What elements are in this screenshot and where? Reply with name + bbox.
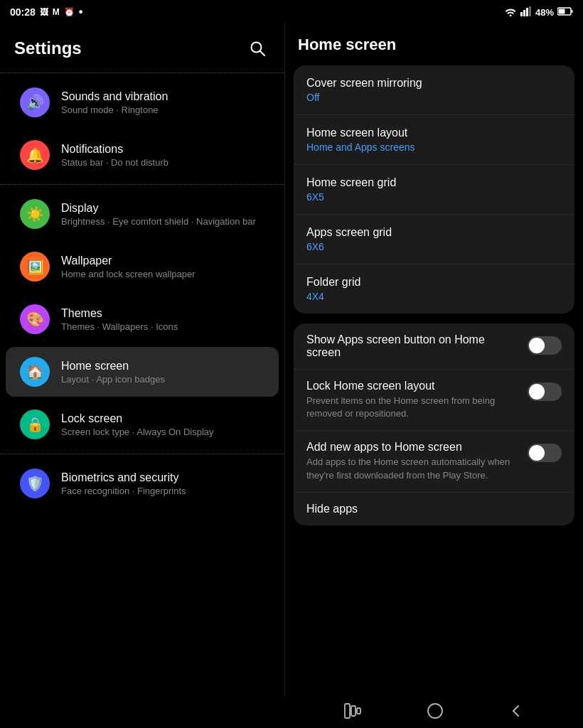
divider-3 — [0, 454, 284, 454]
display-icon: ☀️ — [20, 199, 50, 229]
signal-icon — [520, 6, 532, 18]
show-apps-toggle-item[interactable]: Show Apps screen button on Home screen — [294, 323, 574, 370]
sidebar-item-themes[interactable]: 🎨 Themes Themes · Wallpapers · Icons — [6, 294, 279, 344]
themes-icon: 🎨 — [20, 304, 50, 334]
main-area: Settings 🔊 Sounds and vibration Sound mo… — [0, 23, 583, 697]
right-panel-title: Home screen — [294, 36, 574, 65]
homescreen-text: Home screen Layout · App icon badges — [61, 360, 165, 385]
themes-text: Themes Themes · Wallpapers · Icons — [61, 307, 178, 332]
svg-rect-9 — [345, 704, 350, 718]
battery-icon — [557, 7, 573, 18]
lockscreen-icon: 🔒 — [20, 410, 50, 439]
sidebar-item-lockscreen[interactable]: 🔒 Lock screen Screen lock type · Always … — [6, 400, 279, 449]
settings-title: Settings — [14, 38, 82, 58]
wallpaper-icon: 🖼️ — [20, 252, 50, 282]
sidebar-item-biometrics[interactable]: 🛡️ Biometrics and security Face recognit… — [6, 459, 279, 508]
recent-apps-button[interactable] — [340, 699, 365, 726]
status-right: 48% — [504, 6, 573, 18]
right-panel: Home screen Cover screen mirroring Off H… — [285, 23, 583, 697]
wifi-icon — [504, 6, 517, 18]
svg-line-8 — [260, 51, 264, 55]
show-apps-text: Show Apps screen button on Home screen — [306, 333, 519, 359]
svg-rect-0 — [520, 12, 523, 16]
lock-layout-toggle-item[interactable]: Lock Home screen layout Prevent items on… — [294, 370, 574, 431]
display-text: Display Brightness · Eye comfort shield … — [61, 202, 256, 227]
mail-icon: M — [53, 7, 60, 17]
alarm-icon: ⏰ — [64, 7, 75, 17]
svg-rect-3 — [529, 6, 531, 16]
sounds-icon: 🔊 — [20, 87, 50, 117]
sidebar-item-wallpaper[interactable]: 🖼️ Wallpaper Home and lock screen wallpa… — [6, 242, 279, 291]
home-grid-item[interactable]: Home screen grid 6X5 — [294, 165, 574, 215]
add-apps-toggle[interactable] — [528, 444, 562, 462]
svg-rect-11 — [357, 708, 360, 714]
left-panel: Settings 🔊 Sounds and vibration Sound mo… — [0, 23, 284, 697]
bottom-nav — [284, 697, 583, 728]
homescreen-icon: 🏠 — [20, 357, 50, 387]
apps-grid-item[interactable]: Apps screen grid 6X6 — [294, 215, 574, 264]
home-button[interactable] — [422, 698, 448, 727]
notifications-text: Notifications Status bar · Do not distur… — [61, 143, 169, 168]
lock-layout-text: Lock Home screen layout Prevent items on… — [306, 380, 519, 420]
sidebar-item-sounds[interactable]: 🔊 Sounds and vibration Sound mode · Ring… — [6, 77, 279, 127]
biometrics-icon: 🛡️ — [20, 469, 50, 498]
lock-layout-toggle[interactable] — [528, 382, 562, 401]
cover-screen-item[interactable]: Cover screen mirroring Off — [294, 65, 574, 115]
notifications-icon: 🔔 — [20, 140, 50, 170]
sidebar-item-notifications[interactable]: 🔔 Notifications Status bar · Do not dist… — [6, 130, 279, 180]
add-apps-text: Add new apps to Home screen Add apps to … — [306, 441, 519, 481]
battery-percent: 48% — [535, 7, 554, 18]
svg-rect-6 — [572, 10, 573, 13]
status-bar: 00:28 🖼 M ⏰ • 48% — [0, 0, 583, 23]
status-time: 00:28 — [10, 6, 36, 18]
svg-rect-1 — [523, 10, 525, 16]
left-header: Settings — [0, 23, 284, 70]
biometrics-text: Biometrics and security Face recognition… — [61, 471, 186, 496]
hide-apps-text: Hide apps — [306, 503, 562, 515]
toggle-settings-card: Show Apps screen button on Home screen L… — [294, 323, 574, 525]
folder-grid-item[interactable]: Folder grid 4X4 — [294, 264, 574, 314]
lockscreen-text: Lock screen Screen lock type · Always On… — [61, 412, 214, 437]
status-left: 00:28 🖼 M ⏰ • — [10, 6, 82, 18]
photo-icon: 🖼 — [40, 7, 48, 17]
sounds-text: Sounds and vibration Sound mode · Ringto… — [61, 90, 168, 115]
divider-2 — [0, 184, 284, 185]
add-apps-toggle-item[interactable]: Add new apps to Home screen Add apps to … — [294, 431, 574, 492]
sidebar-item-display[interactable]: ☀️ Display Brightness · Eye comfort shie… — [6, 189, 279, 239]
wallpaper-text: Wallpaper Home and lock screen wallpaper — [61, 255, 196, 279]
svg-point-12 — [428, 704, 442, 718]
hide-apps-item[interactable]: Hide apps — [294, 493, 574, 525]
grid-settings-card: Cover screen mirroring Off Home screen l… — [294, 65, 574, 314]
search-button[interactable] — [245, 36, 270, 61]
svg-rect-10 — [351, 706, 355, 716]
back-button[interactable] — [505, 700, 528, 725]
svg-rect-2 — [526, 8, 528, 16]
sidebar-item-homescreen[interactable]: 🏠 Home screen Layout · App icon badges — [6, 347, 279, 397]
show-apps-toggle[interactable] — [528, 336, 562, 355]
home-layout-item[interactable]: Home screen layout Home and Apps screens — [294, 115, 574, 165]
divider-1 — [0, 73, 284, 73]
dot-icon: • — [79, 6, 83, 18]
svg-rect-5 — [559, 9, 565, 14]
